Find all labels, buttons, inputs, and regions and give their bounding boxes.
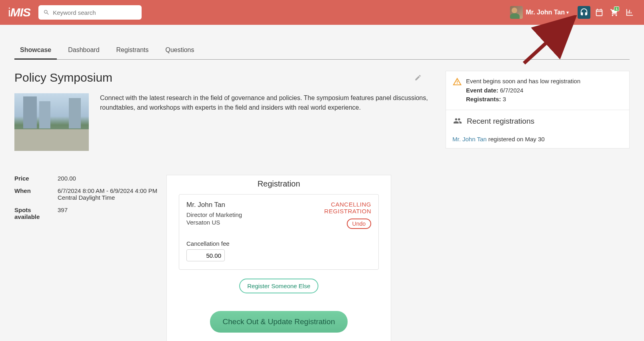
- event-image: [14, 93, 89, 151]
- registrants-label: Registrants:: [466, 96, 501, 102]
- logo: iMIS: [8, 6, 30, 19]
- chevron-down-icon[interactable]: ▾: [566, 10, 569, 15]
- tab-questions[interactable]: Questions: [160, 42, 200, 59]
- price-value: 200.00: [58, 175, 76, 182]
- chart-icon[interactable]: [623, 6, 636, 19]
- spots-label: Spots available: [14, 207, 58, 220]
- search-icon: [43, 9, 50, 16]
- cancel-fee-input[interactable]: [186, 249, 225, 261]
- warning-box: Event begins soon and has low registrati…: [446, 71, 630, 110]
- registration-panel: Registration Mr. John Tan Director of Ma…: [166, 175, 391, 341]
- tab-bar: Showcase Dashboard Registrants Questions: [14, 42, 630, 60]
- price-label: Price: [14, 175, 58, 182]
- recent-registrations-box: Recent registrations Mr. John Tan regist…: [446, 110, 630, 149]
- when-label: When: [14, 187, 58, 201]
- event-meta: Price 200.00 When 6/7/2024 8:00 AM - 6/9…: [14, 175, 166, 341]
- event-date-label: Event date:: [466, 87, 498, 94]
- recent-registrations-title: Recent registrations: [467, 116, 534, 127]
- registrant-title: Director of Marketing: [186, 211, 242, 218]
- register-someone-else-button[interactable]: Register Someone Else: [239, 279, 318, 293]
- tab-showcase[interactable]: Showcase: [14, 42, 57, 60]
- recent-registration-row: Mr. John Tan registered on May 30: [446, 135, 629, 148]
- registration-card: Mr. John Tan Director of Marketing Versa…: [179, 194, 379, 270]
- tab-registrants[interactable]: Registrants: [111, 42, 154, 59]
- when-line2: Central Daylight Time: [58, 194, 157, 201]
- status-line1: CANCELLING: [324, 201, 371, 208]
- headset-icon[interactable]: [578, 6, 590, 19]
- registrant-name: Mr. John Tan: [186, 201, 242, 209]
- warning-text: Event begins soon and has low registrati…: [466, 77, 580, 86]
- edit-icon[interactable]: [414, 74, 422, 81]
- when-line1: 6/7/2024 8:00 AM - 6/9/2024 4:00 PM: [58, 187, 157, 194]
- checkout-button[interactable]: Check Out & Update Registration: [210, 311, 348, 333]
- user-name[interactable]: Mr. John Tan: [526, 9, 565, 16]
- event-description: Connect with the latest research in the …: [100, 93, 430, 151]
- spots-value: 397: [58, 207, 68, 220]
- people-icon: [452, 116, 463, 125]
- registration-title: Registration: [179, 179, 379, 189]
- cancel-fee-label: Cancellation fee: [186, 240, 371, 247]
- cart-badge: 1: [614, 6, 619, 11]
- recent-registration-rest: registered on May 30: [487, 136, 545, 142]
- search-box[interactable]: [38, 5, 142, 20]
- registrants-count: 3: [503, 96, 506, 102]
- top-header: iMIS Mr. John Tan ▾ 1: [0, 0, 644, 25]
- warning-icon: [452, 77, 462, 86]
- search-input[interactable]: [53, 9, 137, 16]
- tab-dashboard[interactable]: Dashboard: [62, 42, 105, 59]
- registrant-company: Versaton US: [186, 219, 242, 226]
- undo-button[interactable]: Undo: [347, 219, 371, 229]
- cart-icon[interactable]: 1: [608, 6, 621, 19]
- recent-registration-name-link[interactable]: Mr. John Tan: [452, 136, 487, 142]
- avatar[interactable]: [510, 6, 523, 19]
- page-title: Policy Symposium: [14, 71, 112, 84]
- calendar-icon[interactable]: [593, 6, 606, 19]
- status-line2: REGISTRATION: [324, 208, 371, 215]
- event-date-value: 6/7/2024: [500, 87, 523, 94]
